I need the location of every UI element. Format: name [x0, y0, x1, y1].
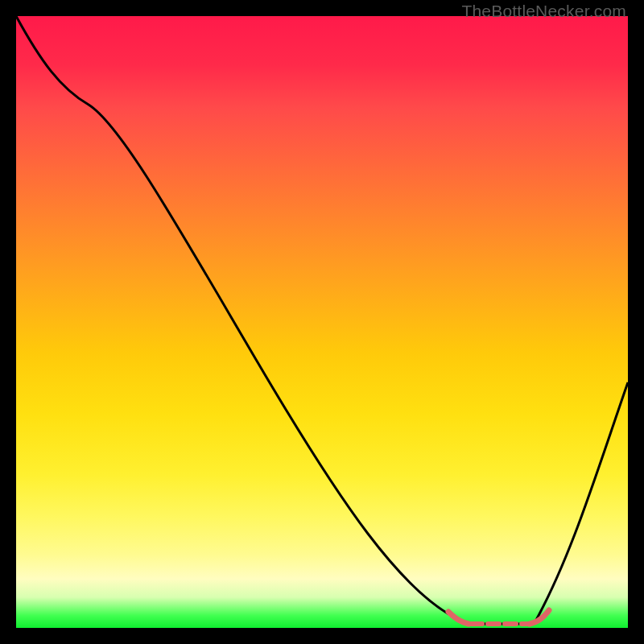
curve-highlight-left [448, 612, 469, 624]
bottleneck-curve [16, 16, 628, 628]
curve-main-path [16, 16, 628, 624]
